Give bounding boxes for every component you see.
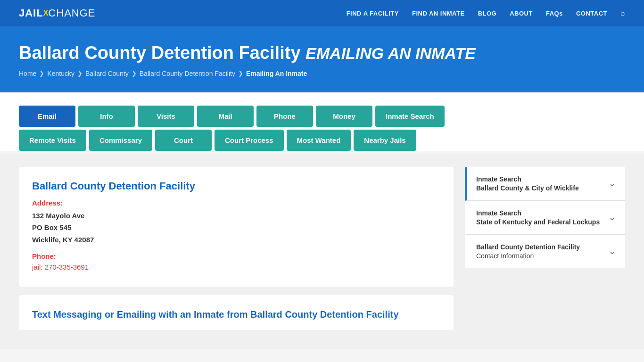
- tab-most-wanted[interactable]: Most Wanted: [287, 130, 351, 151]
- hero-section: Ballard County Detention Facility EMAILI…: [0, 26, 644, 92]
- sidebar-item-1-left: Inmate Search Ballard County & City of W…: [476, 175, 603, 192]
- nav-faqs[interactable]: FAQs: [546, 10, 563, 17]
- breadcrumb-sep-2: ❯: [77, 70, 83, 77]
- chevron-down-icon: ⌄: [609, 178, 616, 189]
- logo[interactable]: JAILXCHANGE: [19, 7, 95, 19]
- phone-label: Phone:: [32, 252, 440, 260]
- logo-x: X: [43, 9, 49, 17]
- nav-blog[interactable]: BLOG: [478, 10, 497, 17]
- tab-email[interactable]: Email: [19, 106, 75, 127]
- sidebar-item-1[interactable]: Inmate Search Ballard County & City of W…: [465, 167, 625, 201]
- address-lines: 132 Mayolo Ave PO Box 545 Wicklife, KY 4…: [32, 210, 440, 246]
- sidebar-item-3-top: Ballard County Detention Facility: [476, 243, 603, 251]
- sidebar-item-1-bottom: Ballard County & City of Wicklife: [476, 184, 603, 192]
- breadcrumb-county[interactable]: Ballard County: [85, 70, 129, 77]
- facility-card: Ballard County Detention Facility Addres…: [19, 167, 454, 287]
- sidebar-item-2-bottom: State of Kentucky and Federal Lockups: [476, 218, 603, 226]
- chevron-down-icon-3: ⌄: [609, 246, 616, 256]
- tab-nearby-jails[interactable]: Nearby Jails: [354, 130, 416, 151]
- sidebar-item-3-bottom: Contact Information: [476, 252, 603, 260]
- logo-jail: JAIL: [19, 7, 43, 19]
- tab-commissary[interactable]: Commissary: [89, 130, 152, 151]
- tab-remote-visits[interactable]: Remote Visits: [19, 130, 86, 151]
- breadcrumb-facility[interactable]: Ballard County Detention Facility: [140, 70, 235, 77]
- logo-exchange: CHANGE: [48, 7, 95, 19]
- sidebar-item-3[interactable]: Ballard County Detention Facility Contac…: [465, 235, 625, 268]
- sidebar-item-1-top: Inmate Search: [476, 175, 603, 183]
- breadcrumb-sep-3: ❯: [132, 70, 137, 77]
- tab-visits[interactable]: Visits: [138, 106, 194, 127]
- address-line1: 132 Mayolo Ave: [32, 212, 84, 220]
- tab-phone[interactable]: Phone: [256, 106, 313, 127]
- navbar: JAILXCHANGE FIND A FACILITY FIND AN INMA…: [0, 0, 644, 26]
- breadcrumb-sep-4: ❯: [238, 70, 243, 77]
- tab-mail[interactable]: Mail: [197, 106, 254, 127]
- search-icon[interactable]: ⌕: [620, 9, 625, 17]
- breadcrumb-sep-1: ❯: [39, 70, 44, 77]
- tab-court-process[interactable]: Court Process: [215, 130, 284, 151]
- hero-title-main: Ballard County Detention Facility: [19, 43, 301, 63]
- nav-about[interactable]: ABOUT: [510, 10, 533, 17]
- facility-card-title: Ballard County Detention Facility: [32, 180, 440, 192]
- breadcrumb-state[interactable]: Kentucky: [47, 70, 74, 77]
- sidebar-item-2[interactable]: Inmate Search State of Kentucky and Fede…: [465, 201, 625, 235]
- nav-contact[interactable]: CONTACT: [576, 10, 607, 17]
- address-line3: Wicklife, KY 42087: [32, 236, 94, 244]
- sidebar-card: Inmate Search Ballard County & City of W…: [465, 167, 625, 268]
- navbar-links: FIND A FACILITY FIND AN INMATE BLOG ABOU…: [347, 9, 625, 17]
- tab-info[interactable]: Info: [78, 106, 135, 127]
- breadcrumb-home[interactable]: Home: [19, 70, 36, 77]
- tabs-row-2: Remote Visits Commissary Court Court Pro…: [19, 130, 625, 151]
- breadcrumb: Home ❯ Kentucky ❯ Ballard County ❯ Balla…: [19, 70, 625, 77]
- address-line2: PO Box 545: [32, 223, 71, 231]
- tab-court[interactable]: Court: [155, 130, 212, 151]
- section-heading-card: Text Messaging or Emailing with an Inmat…: [19, 295, 454, 330]
- hero-title-italic: EMAILING AN INMATE: [305, 44, 476, 62]
- chevron-down-icon-2: ⌄: [609, 212, 616, 222]
- tab-money[interactable]: Money: [316, 106, 372, 127]
- sidebar-item-3-left: Ballard County Detention Facility Contac…: [476, 243, 603, 260]
- section-heading: Text Messaging or Emailing with an Inmat…: [32, 308, 440, 321]
- main-content: Ballard County Detention Facility Addres…: [0, 154, 644, 349]
- tab-inmate-search[interactable]: Inmate Search: [375, 106, 445, 127]
- tabs-section: Email Info Visits Mail Phone Money Inmat…: [0, 92, 644, 151]
- address-label: Address:: [32, 199, 440, 207]
- phone-link[interactable]: jail: 270-335-3691: [32, 263, 89, 271]
- nav-find-inmate[interactable]: FIND AN INMATE: [412, 10, 465, 17]
- right-sidebar: Inmate Search Ballard County & City of W…: [465, 167, 625, 268]
- sidebar-item-2-left: Inmate Search State of Kentucky and Fede…: [476, 209, 603, 226]
- tabs-row-1: Email Info Visits Mail Phone Money Inmat…: [19, 106, 625, 127]
- sidebar-item-2-top: Inmate Search: [476, 209, 603, 217]
- page-title: Ballard County Detention Facility EMAILI…: [19, 43, 625, 63]
- nav-find-facility[interactable]: FIND A FACILITY: [347, 10, 399, 17]
- breadcrumb-current: Emailing An Inmate: [246, 70, 307, 77]
